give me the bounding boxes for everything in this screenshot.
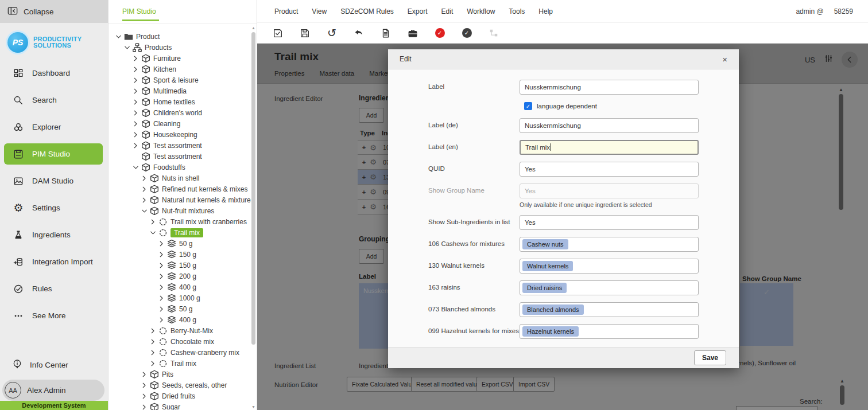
chevron-right-icon[interactable] xyxy=(131,76,140,85)
ingredient-tag[interactable]: Blanched almonds xyxy=(522,304,584,315)
ingredient-tag[interactable]: Dried raisins xyxy=(522,283,567,293)
tree-node[interactable]: Natural nut kernels & mixtures xyxy=(108,194,251,205)
sidebar-item-rules[interactable]: Rules xyxy=(0,275,108,302)
chevron-down-icon[interactable] xyxy=(140,206,149,216)
tree-node[interactable]: Home textiles xyxy=(108,96,251,107)
text-input[interactable]: Yes xyxy=(520,215,699,230)
sidebar-item-see-more[interactable]: See More xyxy=(0,302,108,329)
chevron-right-icon[interactable] xyxy=(140,185,149,194)
tree-node[interactable]: Sport & leisure xyxy=(108,75,251,85)
text-input[interactable]: Trail mix xyxy=(520,140,699,155)
tree-node[interactable]: Product xyxy=(108,31,251,42)
chevron-right-icon[interactable] xyxy=(131,108,140,118)
text-input[interactable]: Nusskernmischung xyxy=(520,80,699,95)
tree-node[interactable]: Sugar xyxy=(108,401,251,410)
chevron-right-icon[interactable] xyxy=(131,65,140,74)
tag-input[interactable]: Hazelnut kernels xyxy=(520,324,699,339)
chevron-right-icon[interactable] xyxy=(140,196,149,205)
chevron-right-icon[interactable] xyxy=(140,392,149,401)
chevron-right-icon[interactable] xyxy=(149,326,157,335)
user-session[interactable]: admin @58259 xyxy=(796,7,853,15)
chevron-right-icon[interactable] xyxy=(157,304,166,314)
validation-error-icon[interactable]: ✓ xyxy=(434,28,445,39)
tree-node[interactable]: Trail mix xyxy=(108,358,251,369)
menu-sdzecom-rules[interactable]: SDZeCOM Rules xyxy=(340,7,394,15)
tree-node[interactable]: Refined nut kernels & mixes xyxy=(108,183,251,194)
chevron-right-icon[interactable] xyxy=(131,87,140,96)
tree-node[interactable]: 400 g xyxy=(108,314,251,325)
tree-node[interactable]: Furniture xyxy=(108,53,251,64)
briefcase-icon[interactable] xyxy=(407,28,418,39)
tree-node[interactable]: 150 g xyxy=(108,249,251,260)
tree-scrollbar-thumb[interactable] xyxy=(251,32,255,345)
tree-node[interactable]: Nuts in shell xyxy=(108,173,251,183)
chevron-right-icon[interactable] xyxy=(149,359,157,368)
undo-icon[interactable] xyxy=(353,28,365,39)
chevron-right-icon[interactable] xyxy=(140,403,149,410)
chevron-down-icon[interactable] xyxy=(149,228,157,237)
chevron-right-icon[interactable] xyxy=(131,54,140,63)
chevron-right-icon[interactable] xyxy=(149,348,157,357)
chevron-right-icon[interactable] xyxy=(149,217,157,227)
save-validate-icon[interactable] xyxy=(272,28,284,39)
sidebar-item-dashboard[interactable]: Dashboard xyxy=(0,60,108,87)
tree-node[interactable]: Test assortment xyxy=(108,140,251,151)
tag-input[interactable]: Walnut kernels xyxy=(520,259,699,274)
chevron-down-icon[interactable] xyxy=(123,43,131,52)
sidebar-item-search[interactable]: Search xyxy=(0,87,108,114)
chevron-down-icon[interactable] xyxy=(131,163,140,172)
tree-scrollbar[interactable]: ▲ ▼ xyxy=(251,24,256,410)
tree-node[interactable]: Multimedia xyxy=(108,85,251,96)
chevron-right-icon[interactable] xyxy=(140,174,149,183)
copy-document-icon[interactable] xyxy=(380,28,392,39)
menu-product[interactable]: Product xyxy=(274,7,298,15)
tree-node[interactable]: Cashew-cranberry mix xyxy=(108,347,251,358)
menu-export[interactable]: Export xyxy=(408,7,428,15)
tree-node[interactable]: Products xyxy=(108,42,251,53)
tree-node[interactable]: Kitchen xyxy=(108,64,251,75)
tree-node[interactable]: 150 g xyxy=(108,260,251,271)
menu-edit[interactable]: Edit xyxy=(441,7,454,15)
tree-node[interactable]: Children's world xyxy=(108,107,251,118)
chevron-right-icon[interactable] xyxy=(157,294,166,303)
chevron-down-icon[interactable] xyxy=(114,32,123,41)
tab-pim-studio[interactable]: PIM Studio xyxy=(122,7,156,15)
chevron-right-icon[interactable] xyxy=(157,315,166,325)
tree-node[interactable]: 200 g xyxy=(108,271,251,282)
language-dependent-checkbox[interactable]: ✓ xyxy=(524,102,532,110)
save-icon[interactable] xyxy=(299,28,311,39)
sidebar-item-info-center[interactable]: Info Center xyxy=(0,352,108,377)
sidebar-item-explorer[interactable]: Explorer xyxy=(0,114,108,140)
text-input[interactable]: Yes xyxy=(520,183,699,198)
tree-node[interactable]: 1000 g xyxy=(108,292,251,303)
sidebar-item-pim-studio[interactable]: PIM Studio xyxy=(0,140,108,167)
scroll-down-icon[interactable]: ▼ xyxy=(251,405,256,409)
chevron-right-icon[interactable] xyxy=(140,370,149,379)
menu-help[interactable]: Help xyxy=(538,7,553,15)
menu-workflow[interactable]: Workflow xyxy=(467,7,495,15)
scroll-up-icon[interactable]: ▲ xyxy=(251,26,256,30)
refresh-icon[interactable]: ↺ xyxy=(326,28,338,39)
menu-view[interactable]: View xyxy=(312,7,327,15)
tag-input[interactable]: Dried raisins xyxy=(520,280,699,295)
collapse-button[interactable]: Collapse xyxy=(0,0,108,23)
tree-node[interactable]: Housekeeping xyxy=(108,129,251,140)
tree-node[interactable]: 50 g xyxy=(108,238,251,249)
chevron-right-icon[interactable] xyxy=(149,337,157,346)
chevron-right-icon[interactable] xyxy=(131,141,140,150)
chevron-right-icon[interactable] xyxy=(131,119,140,128)
tree-node[interactable]: Trail mix with cranberries xyxy=(108,216,251,227)
ingredient-tag[interactable]: Walnut kernels xyxy=(522,261,573,271)
validation-ok-icon[interactable]: ✓ xyxy=(461,28,472,39)
chevron-right-icon[interactable] xyxy=(131,130,140,139)
chevron-right-icon[interactable] xyxy=(157,250,166,259)
chevron-right-icon[interactable] xyxy=(131,97,140,107)
tree-node[interactable]: Chocolate mix xyxy=(108,336,251,347)
tree-node[interactable]: Test assortment xyxy=(108,151,251,162)
tree-node[interactable]: 400 g xyxy=(108,282,251,292)
tag-input[interactable]: Cashew nuts xyxy=(520,237,699,252)
chevron-right-icon[interactable] xyxy=(157,272,166,281)
user-menu[interactable]: AA Alex Admin xyxy=(2,380,104,401)
sidebar-item-ingredients[interactable]: Ingredients xyxy=(0,221,108,248)
sidebar-item-integration-import[interactable]: Integration Import xyxy=(0,248,108,275)
